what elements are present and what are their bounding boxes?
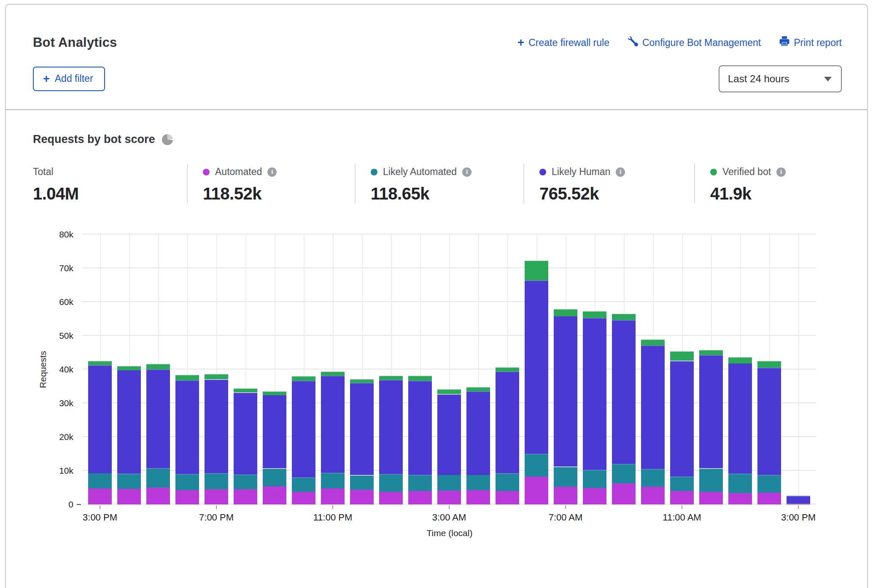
bar-segment-likely-automated: [554, 467, 577, 487]
bar-200am-11[interactable]: [408, 376, 432, 504]
bar-segment-verified-bot: [408, 376, 432, 381]
bar-300am-12[interactable]: [437, 389, 461, 504]
bar-1000pm-7[interactable]: [292, 376, 315, 504]
info-icon[interactable]: i: [267, 167, 277, 177]
bar-segment-verified-bot: [757, 361, 781, 368]
bar-segment-verified-bot: [88, 361, 112, 365]
y-tick-label: 40k: [6, 364, 73, 375]
bar-300pm-0[interactable]: [88, 361, 112, 504]
add-filter-label: Add filter: [55, 73, 93, 84]
bar-segment-verified-bot: [292, 376, 315, 381]
x-tick-mark: [449, 505, 450, 509]
bar-1100am-20[interactable]: [670, 351, 694, 504]
bar-segment-automated: [205, 489, 228, 504]
info-icon[interactable]: i: [616, 167, 625, 177]
stat-likely-automated: Likely Automated i 118.65k: [355, 164, 523, 203]
bar-segment-verified-bot: [641, 340, 665, 345]
time-range-value: Last 24 hours: [728, 73, 789, 85]
x-tick-mark: [565, 505, 566, 509]
info-icon[interactable]: i: [462, 167, 472, 177]
bar-segment-likely-human: [612, 320, 636, 464]
bar-segment-automated: [263, 486, 286, 504]
bar-segment-likely-human: [146, 370, 170, 468]
bar-segment-verified-bot: [554, 309, 577, 316]
bar-100am-10[interactable]: [379, 376, 403, 504]
bar-segment-likely-automated: [292, 477, 315, 492]
card-header: Bot Analytics + Create firewall rule Con…: [6, 5, 867, 50]
v-gridline: [798, 235, 799, 504]
configure-bot-management-label: Configure Bot Management: [642, 37, 761, 49]
x-tick-label: 3:00 AM: [432, 512, 466, 523]
bar-segment-verified-bot: [787, 496, 810, 496]
bar-1000am-19[interactable]: [641, 340, 665, 504]
bar-segment-likely-automated: [612, 464, 636, 483]
y-tick-label: 0: [6, 499, 73, 510]
bar-1200am-9[interactable]: [350, 379, 374, 504]
bar-segment-verified-bot: [496, 367, 519, 372]
bar-segment-verified-bot: [350, 379, 374, 383]
stat-verified-bot: Verified bot i 41.9k: [694, 164, 867, 203]
bar-600pm-3[interactable]: [175, 375, 199, 504]
bar-500am-14[interactable]: [496, 367, 519, 504]
create-firewall-rule-link[interactable]: + Create firewall rule: [517, 37, 609, 49]
bar-500pm-2[interactable]: [146, 364, 170, 504]
bar-segment-likely-automated: [466, 475, 490, 490]
bar-segment-automated: [292, 492, 315, 504]
bar-segment-automated: [437, 491, 461, 504]
bar-segment-likely-automated: [757, 475, 781, 493]
bar-segment-likely-human: [583, 318, 606, 470]
bar-segment-likely-human: [466, 391, 490, 475]
bar-segment-verified-bot: [321, 372, 345, 376]
bar-segment-automated: [787, 504, 810, 504]
x-tick-mark: [332, 505, 333, 509]
bar-segment-likely-human: [321, 376, 345, 473]
bar-400am-13[interactable]: [466, 387, 490, 504]
stat-total: Total 1.04M: [6, 164, 187, 203]
bar-1200pm-21[interactable]: [699, 350, 723, 504]
bar-700pm-4[interactable]: [205, 374, 228, 504]
bar-segment-likely-human: [350, 383, 374, 475]
bar-segment-likely-automated: [583, 470, 606, 488]
y-tick-label: 50k: [6, 331, 73, 341]
bar-segment-likely-human: [554, 316, 577, 467]
bar-segment-verified-bot: [117, 366, 141, 370]
bar-segment-likely-human: [670, 361, 694, 477]
bar-segment-likely-automated: [263, 469, 286, 486]
info-icon[interactable]: i: [776, 167, 786, 177]
stat-verified-bot-value: 41.9k: [710, 184, 867, 203]
add-filter-button[interactable]: + Add filter: [33, 67, 105, 91]
stat-automated-label: Automated: [215, 166, 262, 178]
bar-600am-15[interactable]: [525, 261, 548, 504]
bar-segment-verified-bot: [525, 261, 548, 281]
section-header: Requests by bot score: [6, 110, 867, 146]
bar-segment-verified-bot: [234, 388, 257, 392]
page-title: Bot Analytics: [33, 35, 117, 50]
bar-segment-likely-human: [496, 372, 519, 473]
bar-segment-verified-bot: [699, 350, 723, 355]
stat-verified-bot-label: Verified bot: [722, 166, 771, 178]
time-range-select[interactable]: Last 24 hours: [719, 65, 842, 92]
stat-automated: Automated i 118.52k: [187, 164, 355, 203]
bar-segment-automated: [234, 489, 257, 504]
bar-800am-17[interactable]: [583, 311, 606, 504]
bar-900pm-6[interactable]: [263, 391, 286, 504]
bar-1100pm-8[interactable]: [321, 372, 345, 504]
bar-segment-automated: [117, 489, 141, 504]
bar-segment-likely-human: [292, 381, 315, 477]
bar-400pm-1[interactable]: [117, 366, 141, 504]
bar-100pm-22[interactable]: [728, 357, 752, 504]
bar-800pm-5[interactable]: [234, 389, 257, 504]
bar-700am-16[interactable]: [554, 309, 577, 504]
stat-total-value: 1.04M: [33, 184, 187, 203]
print-report-link[interactable]: Print report: [779, 36, 842, 49]
bar-900am-18[interactable]: [612, 314, 636, 504]
configure-bot-management-link[interactable]: Configure Bot Management: [628, 36, 761, 49]
bar-300pm-24[interactable]: [787, 496, 810, 504]
plus-icon: +: [43, 75, 50, 83]
bar-segment-likely-human: [757, 368, 781, 475]
bar-segment-automated: [379, 492, 403, 504]
bar-segment-automated: [525, 477, 548, 504]
bar-200pm-23[interactable]: [757, 361, 781, 504]
bar-segment-automated: [466, 490, 490, 504]
bar-segment-verified-bot: [379, 376, 403, 380]
